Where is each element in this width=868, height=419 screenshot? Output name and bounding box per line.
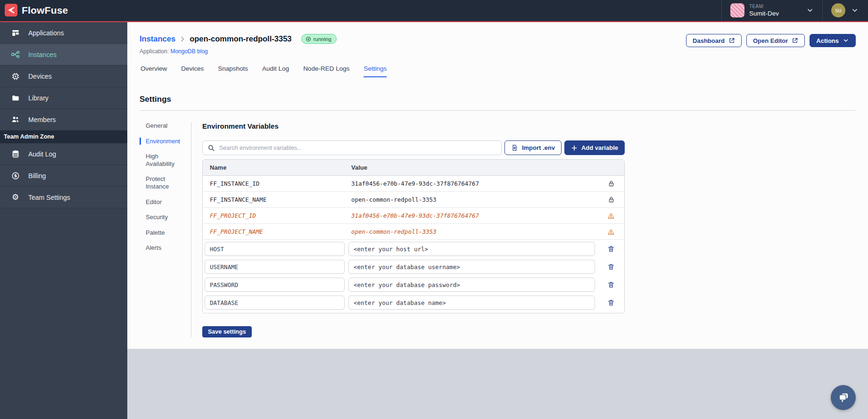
settings-title: Settings: [140, 95, 856, 104]
sidebar-item-instances[interactable]: Instances: [0, 44, 127, 66]
add-variable-button[interactable]: Add variable: [564, 140, 625, 155]
status-badge: running: [301, 34, 337, 44]
tab-overview[interactable]: Overview: [141, 65, 167, 77]
import-file-icon: [511, 144, 518, 151]
delete-variable-button[interactable]: [607, 281, 615, 288]
env-name-input[interactable]: [205, 242, 345, 256]
sidebar-item-applications[interactable]: Applications: [0, 22, 127, 44]
sidebar-item-label: Members: [28, 116, 56, 123]
settings-nav-protect-instance[interactable]: Protect Instance: [140, 175, 191, 190]
env-row-database: [203, 294, 624, 312]
chevron-right-icon: [179, 36, 186, 42]
devices-icon: [11, 72, 20, 81]
env-value-input[interactable]: [348, 260, 595, 274]
tab-snapshots[interactable]: Snapshots: [218, 65, 248, 77]
sidebar-item-billing[interactable]: $ Billing: [0, 165, 127, 187]
save-settings-button[interactable]: Save settings: [202, 326, 252, 337]
tab-settings[interactable]: Settings: [364, 65, 387, 77]
search-input[interactable]: [219, 145, 496, 151]
table-row: FF_PROJECT_ID 31af0456-e70b-47e9-93dc-37…: [203, 208, 624, 224]
chat-icon: [837, 392, 850, 404]
topbar-divider: [822, 0, 823, 21]
search-icon: [207, 144, 215, 152]
sidebar-item-members[interactable]: Members: [0, 109, 127, 131]
external-link-icon: [728, 37, 735, 44]
page-footer: [127, 349, 868, 419]
env-row-username: [203, 258, 624, 276]
actions-button[interactable]: Actions: [810, 34, 856, 47]
tab-node-red-logs[interactable]: Node-RED Logs: [303, 65, 349, 77]
sidebar-item-label: Applications: [28, 29, 64, 37]
sidebar-item-devices[interactable]: Devices: [0, 66, 127, 87]
settings-nav-high-availability[interactable]: High Availability: [140, 153, 191, 167]
env-value-input[interactable]: [348, 296, 595, 310]
env-variables-title: Environment Variables: [202, 122, 625, 130]
sidebar-item-label: Billing: [28, 172, 46, 180]
column-header-name: Name: [203, 164, 347, 171]
settings-nav: General Environment High Availability Pr…: [140, 122, 191, 337]
settings-nav-environment[interactable]: Environment: [140, 138, 191, 145]
application-link[interactable]: MongoDB blog: [170, 48, 207, 55]
delete-variable-button[interactable]: [607, 263, 615, 271]
external-link-icon: [792, 37, 798, 44]
breadcrumb-instances-link[interactable]: Instances: [140, 34, 175, 43]
sidebar-item-audit-log[interactable]: Audit Log: [0, 143, 127, 165]
env-row-host: [203, 240, 624, 258]
audit-log-icon: [11, 149, 20, 158]
lock-icon: [608, 180, 615, 187]
settings-nav-security[interactable]: Security: [140, 214, 191, 221]
settings-nav-palette[interactable]: Palette: [140, 229, 191, 237]
main-content: Instances open-common-redpoll-3353 runni…: [127, 22, 868, 349]
settings-divider: [140, 110, 856, 111]
brand[interactable]: FlowFuse: [5, 4, 68, 16]
team-admin-zone-label: Team Admin Zone: [0, 131, 127, 143]
svg-text:$: $: [14, 173, 17, 178]
instances-icon: [11, 50, 20, 59]
topbar-divider: [721, 0, 722, 21]
team-switcher[interactable]: TEAM: Sumit-Dev: [724, 0, 820, 21]
trash-icon: [607, 299, 615, 306]
tab-audit-log[interactable]: Audit Log: [262, 65, 289, 77]
sidebar-item-library[interactable]: Library: [0, 87, 127, 109]
flowfuse-logo-icon: [5, 4, 17, 16]
delete-variable-button[interactable]: [607, 299, 615, 306]
env-value-input[interactable]: [348, 278, 595, 292]
tab-devices[interactable]: Devices: [181, 65, 204, 77]
dashboard-button[interactable]: Dashboard: [686, 34, 742, 47]
chevron-down-icon: [843, 37, 849, 44]
team-avatar: [730, 3, 744, 17]
billing-icon: $: [11, 171, 20, 180]
members-icon: [11, 115, 20, 124]
brand-name: FlowFuse: [22, 5, 68, 16]
instance-tabs: Overview Devices Snapshots Audit Log Nod…: [140, 65, 856, 77]
import-env-button[interactable]: Import .env: [504, 140, 562, 155]
env-variables-table: Name Value FF_INSTANCE_ID 31af0456-e70b-…: [202, 159, 625, 313]
env-name-input[interactable]: [205, 296, 345, 310]
application-line: Application: MongoDB blog: [140, 48, 337, 55]
open-editor-button[interactable]: Open Editor: [746, 34, 805, 47]
env-name-input[interactable]: [205, 260, 345, 274]
chat-widget-button[interactable]: [831, 385, 856, 410]
trash-icon: [607, 263, 615, 271]
sidebar-item-label: Audit Log: [28, 150, 56, 158]
settings-nav-general[interactable]: General: [140, 122, 191, 130]
trash-icon: [607, 245, 615, 253]
delete-variable-button[interactable]: [607, 245, 615, 253]
lock-icon: [608, 196, 615, 203]
settings-nav-alerts[interactable]: Alerts: [140, 244, 191, 252]
trash-icon: [607, 281, 615, 288]
sidebar-item-team-settings[interactable]: ⚙ Team Settings: [0, 187, 127, 208]
table-header: Name Value: [203, 160, 624, 176]
env-search: [202, 140, 502, 155]
team-label: TEAM:: [749, 4, 779, 9]
applications-icon: [11, 28, 20, 37]
sidebar-item-label: Instances: [28, 51, 57, 58]
user-menu[interactable]: su: [825, 0, 863, 21]
sidebar-item-label: Team Settings: [28, 194, 70, 201]
env-value-input[interactable]: [348, 242, 595, 256]
table-row: FF_INSTANCE_NAME open-common-redpoll-335…: [203, 192, 624, 208]
column-header-value: Value: [347, 164, 598, 171]
settings-nav-editor[interactable]: Editor: [140, 198, 191, 206]
chevron-down-icon: [851, 7, 859, 14]
env-name-input[interactable]: [205, 278, 345, 292]
